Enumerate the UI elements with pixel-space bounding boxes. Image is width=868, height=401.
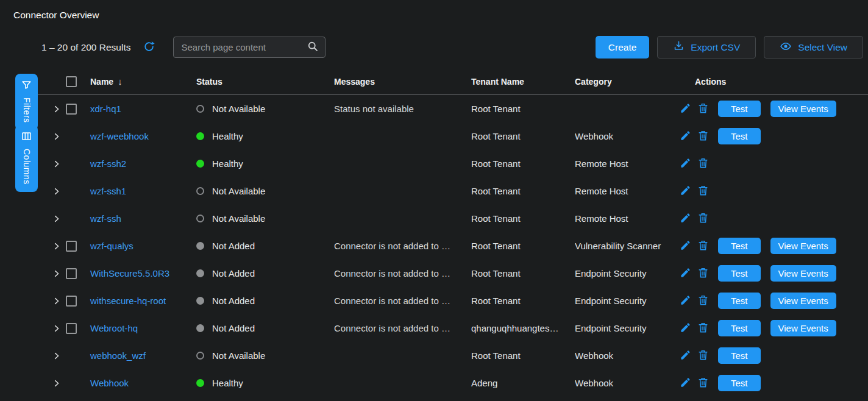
edit-button[interactable] [680,102,691,116]
message-text: Connector is not added to … [334,241,471,251]
view-events-button[interactable]: View Events [770,265,836,282]
row-checkbox[interactable] [66,296,77,307]
connector-name-link[interactable]: xdr-hq1 [90,104,121,114]
edit-button[interactable] [680,267,691,280]
row-checkbox[interactable] [66,323,77,334]
connector-name-link[interactable]: wzf-qualys [90,241,133,251]
view-events-button[interactable]: View Events [770,101,836,117]
filters-tab-label: Filters [22,98,32,123]
test-button[interactable]: Test [718,375,761,391]
connector-name-link[interactable]: Webhook [90,378,129,388]
trash-icon [697,157,709,171]
edit-button[interactable] [680,349,691,363]
refresh-button[interactable] [143,41,155,54]
row-expand-chevron-icon[interactable] [52,242,66,250]
row-checkbox[interactable] [66,241,77,252]
trash-icon [697,322,709,335]
category: Vulnerability Scanner [575,241,680,251]
delete-button[interactable] [697,240,709,253]
status-dot [196,187,204,195]
header-category[interactable]: Category [575,77,680,87]
connector-name-link[interactable]: Webroot-hq [90,323,138,333]
edit-button[interactable] [680,322,691,335]
test-button[interactable]: Test [718,128,761,144]
test-button[interactable]: Test [718,101,761,117]
row-checkbox[interactable] [66,104,77,115]
header-tenant-name[interactable]: Tenant Name [471,77,575,87]
table-row: WithSecure5.5.0R3 Not Added Connector is… [38,260,868,287]
trash-icon [697,130,709,143]
connector-name-link[interactable]: webhook_wzf [90,350,146,361]
view-events-button[interactable]: View Events [770,293,836,309]
trash-icon [697,294,709,308]
category: Remote Host [575,158,680,169]
header-messages[interactable]: Messages [334,77,471,87]
filters-tab[interactable]: Filters [15,74,38,130]
edit-button[interactable] [680,240,691,253]
category: Endpoint Security [575,296,680,306]
select-view-button[interactable]: Select View [764,36,863,59]
row-expand-chevron-icon[interactable] [52,324,66,333]
connector-name-link[interactable]: wzf-ssh [90,213,121,224]
message-text: Status not available [334,104,471,114]
delete-button[interactable] [697,157,709,171]
status-label: Not Added [212,296,255,306]
row-expand-chevron-icon[interactable] [52,160,66,168]
test-button[interactable]: Test [718,320,761,336]
edit-button[interactable] [680,130,691,143]
connector-name-link[interactable]: WithSecure5.5.0R3 [90,268,169,279]
edit-button[interactable] [680,212,691,225]
delete-button[interactable] [697,130,709,143]
category: Webhook [575,131,680,141]
message-text: Connector is not added to … [334,323,471,333]
status-dot [196,269,204,277]
row-expand-chevron-icon[interactable] [52,297,66,305]
select-view-label: Select View [798,42,847,53]
edit-button[interactable] [680,377,691,390]
category: Endpoint Security [575,268,680,279]
edit-button[interactable] [680,157,691,171]
test-button[interactable]: Test [718,293,761,309]
pencil-icon [680,240,691,253]
select-all-checkbox[interactable] [66,76,77,87]
test-button[interactable]: Test [718,265,761,282]
row-expand-chevron-icon[interactable] [52,269,66,278]
row-expand-chevron-icon[interactable] [52,379,66,388]
delete-button[interactable] [697,267,709,280]
row-checkbox[interactable] [66,268,77,279]
export-csv-button[interactable]: Export CSV [657,36,756,59]
row-expand-chevron-icon[interactable] [52,215,66,223]
columns-tab[interactable]: Columns [15,125,38,192]
trash-icon [697,349,709,363]
test-button[interactable]: Test [718,347,761,364]
header-name[interactable]: Name [90,77,113,87]
edit-button[interactable] [680,294,691,308]
create-button[interactable]: Create [596,36,650,59]
pencil-icon [680,102,691,116]
delete-button[interactable] [697,294,709,308]
edit-button[interactable] [680,185,691,198]
delete-button[interactable] [697,185,709,198]
connector-name-link[interactable]: withsecure-hq-root [90,296,166,306]
connector-name-link[interactable]: wzf-weebhook [90,131,149,141]
connector-name-link[interactable]: wzf-ssh2 [90,158,126,169]
connector-name-link[interactable]: wzf-ssh1 [90,186,126,196]
row-expand-chevron-icon[interactable] [52,105,66,113]
delete-button[interactable] [697,322,709,335]
view-events-button[interactable]: View Events [770,320,836,336]
delete-button[interactable] [697,349,709,363]
row-expand-chevron-icon[interactable] [52,187,66,196]
delete-button[interactable] [697,212,709,225]
row-expand-chevron-icon[interactable] [52,352,66,360]
row-expand-chevron-icon[interactable] [52,132,66,141]
header-status[interactable]: Status [196,77,334,87]
delete-button[interactable] [697,377,709,390]
view-events-button[interactable]: View Events [770,238,836,254]
search-input[interactable] [182,42,307,52]
tenant-name: Root Tenant [471,158,575,169]
sort-desc-icon[interactable]: ↓ [118,76,123,87]
test-button[interactable]: Test [718,238,761,254]
delete-button[interactable] [697,102,709,116]
status-dot [196,132,204,140]
tenant-name: Root Tenant [471,296,575,306]
